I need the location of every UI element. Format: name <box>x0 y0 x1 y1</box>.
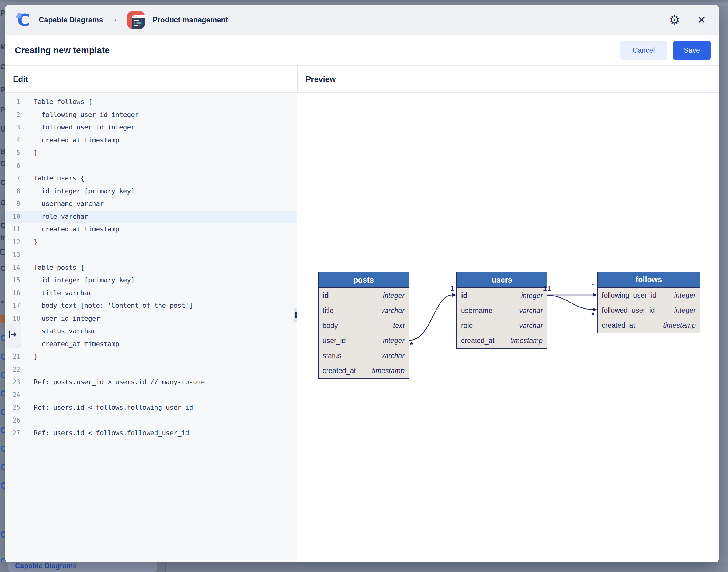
code-line[interactable]: 25Ref: users.id < follows.following_user… <box>5 402 297 414</box>
code-line[interactable]: 6 <box>5 159 297 172</box>
template-editor-modal: C Capable Diagrams › Product management … <box>5 5 719 563</box>
code-line[interactable]: 20 created_at timestamp <box>5 338 297 351</box>
code-text: Ref: users.id < follows.followed_user_id <box>29 427 189 440</box>
table-field-row: usernamevarchar <box>457 303 547 318</box>
diagram-table-follows[interactable]: followsfollowing_user_idintegerfollowed_… <box>597 272 701 333</box>
code-line[interactable]: 7Table users { <box>5 172 297 185</box>
close-icon: ✕ <box>697 15 706 25</box>
code-line[interactable]: 10 role varchar <box>5 211 297 223</box>
preview-panel-label: Preview <box>306 66 336 93</box>
code-text: id integer [primary key] <box>29 185 135 198</box>
field-name: user_id <box>322 337 346 345</box>
field-name: status <box>322 352 341 360</box>
field-type: text <box>393 321 405 330</box>
field-name: id <box>461 291 467 300</box>
code-line[interactable]: 16 title varchar <box>5 287 297 300</box>
code-text: status varchar <box>29 325 96 338</box>
field-type: timestamp <box>663 321 696 330</box>
field-name: created_at <box>461 337 494 345</box>
field-type: integer <box>383 291 405 300</box>
line-number: 15 <box>5 274 29 287</box>
code-line[interactable]: 9 username varchar <box>5 198 297 211</box>
field-type: varchar <box>381 306 405 315</box>
code-text: followed_user_id integer <box>29 121 135 134</box>
code-line[interactable]: 19 status varchar <box>5 325 297 338</box>
table-header[interactable]: users <box>457 273 547 288</box>
breadcrumb-document-title[interactable]: Product management <box>153 16 228 24</box>
code-text: id integer [primary key] <box>29 274 135 287</box>
field-type: varchar <box>519 306 543 315</box>
code-line[interactable]: 21} <box>5 350 297 363</box>
breadcrumb-chevron-icon: › <box>114 16 116 24</box>
field-type: integer <box>674 291 696 299</box>
relation-line <box>547 295 593 310</box>
code-line[interactable]: 27Ref: users.id < follows.followed_user_… <box>5 427 297 440</box>
code-text: Ref: users.id < follows.following_user_i… <box>29 402 193 414</box>
code-text: Table users { <box>29 172 84 185</box>
code-text: created_at timestamp <box>29 338 119 351</box>
cardinality-label: * <box>410 341 413 349</box>
line-number: 9 <box>5 198 29 211</box>
line-number: 27 <box>5 427 29 440</box>
code-line[interactable]: 23Ref: posts.user_id > users.id // many-… <box>5 376 297 389</box>
line-number: 8 <box>5 185 29 198</box>
backdrop-divider <box>165 563 166 572</box>
field-name: following_user_id <box>602 291 656 299</box>
code-line[interactable]: 3 followed_user_id integer <box>5 121 297 134</box>
table-field-row: followed_user_idinteger <box>598 302 700 317</box>
code-text: username varchar <box>29 198 104 211</box>
panel-headers: Edit Preview <box>5 66 719 93</box>
code-line[interactable]: 11 created_at timestamp <box>5 223 297 236</box>
diagram-table-users[interactable]: usersidintegerusernamevarcharrolevarchar… <box>457 272 547 349</box>
diagram-preview-canvas[interactable]: followsfollowing_user_idintegerfollowed_… <box>297 93 719 563</box>
code-line[interactable]: 4 created_at timestamp <box>5 134 297 147</box>
code-text: following_user_id integer <box>29 109 138 122</box>
gear-icon: ⚙ <box>669 14 680 26</box>
code-line[interactable]: 5} <box>5 147 297 159</box>
code-line[interactable]: 2 following_user_id integer <box>5 109 297 122</box>
diagram-table-posts[interactable]: postsidintegertitlevarcharbodytextuser_i… <box>318 272 409 379</box>
table-header[interactable]: follows <box>598 272 700 288</box>
line-number: 24 <box>5 389 29 402</box>
code-line[interactable]: 24 <box>5 389 297 402</box>
settings-button[interactable]: ⚙ <box>667 13 682 27</box>
field-type: timestamp <box>510 337 543 345</box>
document-icon <box>127 11 145 28</box>
table-field-row: created_attimestamp <box>457 333 547 348</box>
line-number: 13 <box>5 248 29 262</box>
save-button[interactable]: Save <box>673 41 711 60</box>
field-name: id <box>322 291 329 300</box>
breadcrumb-brand[interactable]: Capable Diagrams <box>39 16 103 24</box>
table-field-row: rolevarchar <box>457 318 547 333</box>
code-editor[interactable]: 1Table follows {2 following_user_id inte… <box>5 93 297 563</box>
code-line[interactable]: 17 body text [note: 'Content of the post… <box>5 299 297 312</box>
code-line[interactable]: 15 id integer [primary key] <box>5 274 297 287</box>
table-field-row: created_attimestamp <box>318 363 409 378</box>
table-field-row: following_user_idinteger <box>598 288 700 302</box>
collapse-editor-button[interactable] <box>5 321 21 348</box>
line-number: 6 <box>5 159 29 172</box>
backdrop-selected-label: Capable Diagrams <box>15 563 157 570</box>
table-field-row: created_attimestamp <box>598 317 700 333</box>
code-text: } <box>29 147 38 159</box>
line-number: 22 <box>5 363 29 376</box>
table-field-row: statusvarchar <box>318 348 409 363</box>
line-number: 17 <box>5 299 29 312</box>
code-line[interactable]: 22 <box>5 363 297 376</box>
cancel-button[interactable]: Cancel <box>620 41 667 60</box>
line-number: 21 <box>5 350 29 363</box>
code-line[interactable]: 18 user_id integer <box>5 312 297 325</box>
field-type: varchar <box>519 321 543 330</box>
code-line[interactable]: 1Table follows { <box>5 96 297 109</box>
edit-panel-label: Edit <box>13 66 28 93</box>
code-line[interactable]: 26 <box>5 414 297 427</box>
code-line[interactable]: 8 id integer [primary key] <box>5 185 297 198</box>
code-line[interactable]: 12} <box>5 236 297 249</box>
relation-arrowhead-icon <box>593 293 597 297</box>
line-number: 10 <box>5 211 29 223</box>
code-line[interactable]: 13 <box>5 248 297 262</box>
close-button[interactable]: ✕ <box>694 13 709 27</box>
table-header[interactable]: posts <box>318 273 409 288</box>
cardinality-label: * <box>592 311 594 318</box>
code-line[interactable]: 14Table posts { <box>5 262 297 274</box>
